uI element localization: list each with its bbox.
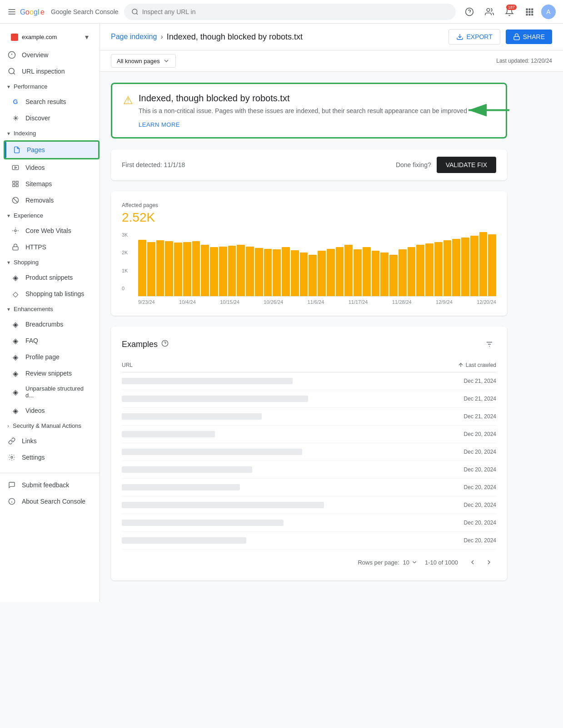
rows-per-page-select[interactable]: 10 <box>403 559 418 566</box>
sidebar-item-shopping-tab[interactable]: ◇ Shopping tab listings <box>4 286 100 302</box>
examples-filter-button[interactable] <box>483 337 496 351</box>
sidebar-section-performance[interactable]: ▾ Performance <box>0 79 100 94</box>
sidebar-item-overview[interactable]: Overview <box>0 47 100 63</box>
filter-bar: All known pages Last updated: 12/20/24 <box>100 50 563 72</box>
sidebar-item-search-results[interactable]: G Search results <box>4 94 100 110</box>
chart-card: Affected pages 2.52K 3K 2K 1K 0 9 <box>111 191 507 316</box>
table-row[interactable]: Dec 20, 2024 <box>122 479 496 496</box>
sidebar-item-product-snippets[interactable]: ◈ Product snippets <box>4 269 100 286</box>
manage-users-button[interactable] <box>481 4 498 20</box>
settings-icon <box>7 453 16 462</box>
notifications-button[interactable]: 187 <box>501 4 518 20</box>
url-placeholder <box>122 413 262 420</box>
sidebar-item-removals[interactable]: Removals <box>4 192 100 208</box>
svg-rect-28 <box>12 165 18 169</box>
pages-filter-dropdown[interactable]: All known pages <box>111 54 176 68</box>
prev-page-button[interactable] <box>465 555 480 570</box>
sidebar-item-breadcrumbs[interactable]: ◈ Breadcrumbs <box>4 316 100 332</box>
overview-icon <box>7 50 16 59</box>
table-row[interactable]: Dec 20, 2024 <box>122 461 496 479</box>
sidebar-section-shopping[interactable]: ▾ Shopping <box>0 255 100 269</box>
chart-bar <box>183 242 191 296</box>
pagination-buttons <box>465 555 496 570</box>
help-button[interactable] <box>461 4 478 20</box>
pages-icon <box>12 145 21 154</box>
sidebar-section-enhancements[interactable]: ▾ Enhancements <box>0 302 100 316</box>
next-page-button[interactable] <box>482 555 496 570</box>
chart-bar <box>380 253 389 296</box>
sidebar-item-videos-enh[interactable]: ◈ Videos <box>4 402 100 419</box>
chart-bars <box>138 232 496 297</box>
hamburger-icon[interactable] <box>7 7 16 16</box>
table-row[interactable]: Dec 20, 2024 <box>122 426 496 443</box>
chart-bar <box>344 245 353 296</box>
chart-bar <box>282 247 290 296</box>
sidebar: example.com ▾ Overview URL inspection ▾ … <box>0 24 100 602</box>
chart-bar <box>434 242 443 296</box>
table-row[interactable]: Dec 21, 2024 <box>122 372 496 390</box>
breadcrumb-current: Indexed, though blocked by robots.txt <box>167 32 303 42</box>
chart-bar <box>488 234 496 296</box>
sidebar-item-https[interactable]: HTTPS <box>4 239 100 255</box>
property-selector[interactable]: example.com ▾ <box>4 29 96 45</box>
share-button[interactable]: SHARE <box>506 30 552 44</box>
x-label-9: 12/20/24 <box>477 299 496 305</box>
svg-rect-31 <box>16 181 18 183</box>
sidebar-section-experience[interactable]: ▾ Experience <box>0 208 100 223</box>
validate-fix-button[interactable]: VALIDATE FIX <box>437 157 496 173</box>
chart-bar <box>138 240 146 296</box>
chart-bar <box>237 245 245 296</box>
sidebar-item-videos[interactable]: Videos <box>4 159 100 176</box>
url-column-header: URL <box>122 362 433 368</box>
sidebar-section-security[interactable]: › Security & Manual Actions <box>0 419 100 433</box>
sidebar-item-about[interactable]: About Search Console <box>0 493 100 510</box>
sidebar-item-core-web-vitals[interactable]: Core Web Vitals <box>4 223 100 239</box>
table-row[interactable]: Dec 21, 2024 <box>122 390 496 408</box>
product-snippets-icon: ◈ <box>11 273 20 282</box>
sidebar-item-profile-page[interactable]: ◈ Profile page <box>4 349 100 365</box>
topbar-icons: 187 A <box>461 4 556 20</box>
breadcrumbs-icon: ◈ <box>11 320 20 329</box>
chart-bar <box>192 241 200 296</box>
url-placeholder <box>122 520 284 526</box>
table-row[interactable]: Dec 20, 2024 <box>122 443 496 461</box>
table-row[interactable]: Dec 20, 2024 <box>122 514 496 532</box>
sidebar-item-discover[interactable]: ✳ Discover <box>4 110 100 126</box>
examples-help-icon[interactable] <box>161 340 169 349</box>
chart-bar <box>147 242 155 296</box>
sidebar-section-indexing[interactable]: ▾ Indexing <box>0 126 100 140</box>
core-web-vitals-icon <box>11 226 20 235</box>
table-row[interactable]: Dec 20, 2024 <box>122 496 496 514</box>
svg-line-10 <box>136 13 138 15</box>
x-label-8: 12/9/24 <box>436 299 453 305</box>
sidebar-item-url-inspection[interactable]: URL inspection <box>0 63 100 79</box>
chart-bar <box>363 247 371 296</box>
sidebar-item-pages[interactable]: Pages <box>4 140 100 159</box>
url-placeholder <box>122 484 240 490</box>
svg-point-26 <box>9 68 14 74</box>
sidebar-item-links[interactable]: Links <box>0 433 100 449</box>
sidebar-section-security-label: Security & Manual Actions <box>13 422 81 429</box>
sidebar-item-submit-feedback[interactable]: Submit feedback <box>0 477 100 493</box>
search-results-icon: G <box>11 97 20 106</box>
date-cell: Dec 20, 2024 <box>433 502 496 508</box>
videos-icon <box>11 163 20 172</box>
sidebar-item-unparsable[interactable]: ◈ Unparsable structured d... <box>4 381 100 402</box>
sidebar-item-review-snippets[interactable]: ◈ Review snippets <box>4 365 100 381</box>
table-row[interactable]: Dec 21, 2024 <box>122 408 496 426</box>
avatar[interactable]: A <box>541 5 556 19</box>
main-content: ⚠ Indexed, though blocked by robots.txt … <box>100 72 518 602</box>
date-column-header[interactable]: Last crawled <box>433 362 496 368</box>
learn-more-link[interactable]: LEARN MORE <box>139 121 180 128</box>
table-row[interactable]: Dec 20, 2024 <box>122 532 496 550</box>
apps-button[interactable] <box>521 4 538 20</box>
export-button[interactable]: EXPORT <box>448 29 500 45</box>
sidebar-item-sitemaps[interactable]: Sitemaps <box>4 176 100 192</box>
feedback-icon <box>7 480 16 490</box>
sidebar-item-faq[interactable]: ◈ FAQ <box>4 332 100 349</box>
breadcrumb-parent[interactable]: Page indexing <box>111 33 157 41</box>
search-input[interactable] <box>142 8 448 15</box>
search-bar[interactable] <box>124 4 456 20</box>
sidebar-item-settings[interactable]: Settings <box>0 449 100 466</box>
breadcrumb: Page indexing › Indexed, though blocked … <box>111 32 303 42</box>
